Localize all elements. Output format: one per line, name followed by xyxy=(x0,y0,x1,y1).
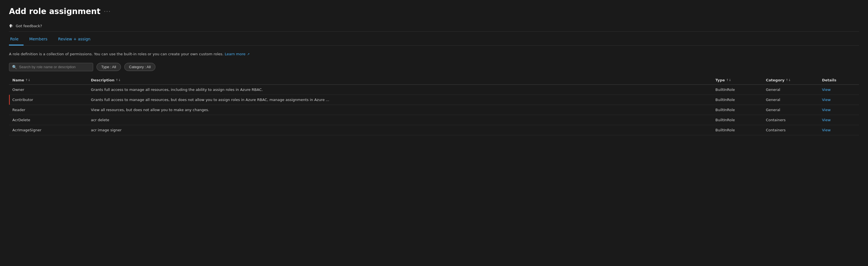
feedback-bar: 🗣 Got feedback? xyxy=(9,21,859,32)
cell-category-2: General xyxy=(766,108,822,112)
sort-name-icon[interactable]: ↑↓ xyxy=(25,78,30,82)
table-row[interactable]: Reader View all resources, but does not … xyxy=(9,105,859,115)
toolbar: 🔍 Type : All Category : All xyxy=(9,63,859,71)
view-link-3[interactable]: View xyxy=(822,118,831,122)
tabs-bar: Role Members Review + assign xyxy=(9,32,859,46)
sort-type-icon[interactable]: ↑↓ xyxy=(726,78,731,82)
cell-description-3: acr delete xyxy=(91,118,715,122)
tab-review-assign[interactable]: Review + assign xyxy=(57,34,95,46)
cell-name-3: AcrDelete xyxy=(12,118,91,122)
cell-description-1: Grants full access to manage all resourc… xyxy=(91,98,715,102)
cell-description-4: acr image signer xyxy=(91,128,715,132)
cell-details-3: View xyxy=(822,118,856,122)
roles-table: Name ↑↓ Description ↑↓ Type ↑↓ Category … xyxy=(9,76,859,135)
cell-type-4: BuiltInRole xyxy=(715,128,766,132)
search-input[interactable] xyxy=(19,65,90,69)
table-header: Name ↑↓ Description ↑↓ Type ↑↓ Category … xyxy=(9,76,859,85)
cell-description-2: View all resources, but does not allow y… xyxy=(91,108,715,112)
table-row[interactable]: AcrImageSigner acr image signer BuiltInR… xyxy=(9,125,859,135)
cell-name-1: Contributor xyxy=(12,98,91,102)
feedback-text[interactable]: Got feedback? xyxy=(16,24,42,28)
cell-type-0: BuiltInRole xyxy=(715,88,766,92)
cell-details-4: View xyxy=(822,128,856,132)
tab-role[interactable]: Role xyxy=(9,34,24,46)
cell-type-2: BuiltInRole xyxy=(715,108,766,112)
category-filter-button[interactable]: Category : All xyxy=(124,63,155,71)
page-header: Add role assignment ··· xyxy=(9,7,859,16)
cell-category-3: Containers xyxy=(766,118,822,122)
cell-category-1: General xyxy=(766,98,822,102)
type-filter-button[interactable]: Type : All xyxy=(96,63,121,71)
col-header-name: Name ↑↓ xyxy=(12,78,91,82)
view-link-1[interactable]: View xyxy=(822,98,831,102)
col-header-description: Description ↑↓ xyxy=(91,78,715,82)
cell-name-2: Reader xyxy=(12,108,91,112)
description-text: A role definition is a collection of per… xyxy=(9,52,224,56)
cell-details-2: View xyxy=(822,108,856,112)
col-header-category: Category ↑↓ xyxy=(766,78,822,82)
tab-members[interactable]: Members xyxy=(28,34,53,46)
search-box[interactable]: 🔍 xyxy=(9,63,93,71)
col-header-details: Details xyxy=(822,78,856,82)
view-link-2[interactable]: View xyxy=(822,108,831,112)
table-body: Owner Grants full access to manage all r… xyxy=(9,85,859,135)
view-link-0[interactable]: View xyxy=(822,88,831,92)
cell-category-0: General xyxy=(766,88,822,92)
view-link-4[interactable]: View xyxy=(822,128,831,132)
col-header-type: Type ↑↓ xyxy=(715,78,766,82)
feedback-icon: 🗣 xyxy=(9,23,13,29)
cell-category-4: Containers xyxy=(766,128,822,132)
learn-more-link[interactable]: Learn more ↗ xyxy=(225,52,250,56)
cell-name-4: AcrImageSigner xyxy=(12,128,91,132)
description-block: A role definition is a collection of per… xyxy=(9,51,859,57)
cell-type-3: BuiltInRole xyxy=(715,118,766,122)
table-row[interactable]: Contributor Grants full access to manage… xyxy=(9,95,859,105)
sort-description-icon[interactable]: ↑↓ xyxy=(116,78,121,82)
cell-details-1: View xyxy=(822,98,856,102)
more-options-icon[interactable]: ··· xyxy=(104,8,111,15)
external-link-icon: ↗ xyxy=(246,53,250,56)
table-row[interactable]: AcrDelete acr delete BuiltInRole Contain… xyxy=(9,115,859,125)
page-title: Add role assignment xyxy=(9,7,100,16)
cell-name-0: Owner xyxy=(12,88,91,92)
cell-type-1: BuiltInRole xyxy=(715,98,766,102)
table-row[interactable]: Owner Grants full access to manage all r… xyxy=(9,85,859,95)
cell-description-0: Grants full access to manage all resourc… xyxy=(91,88,715,92)
sort-category-icon[interactable]: ↑↓ xyxy=(785,78,790,82)
search-icon: 🔍 xyxy=(12,65,17,69)
cell-details-0: View xyxy=(822,88,856,92)
